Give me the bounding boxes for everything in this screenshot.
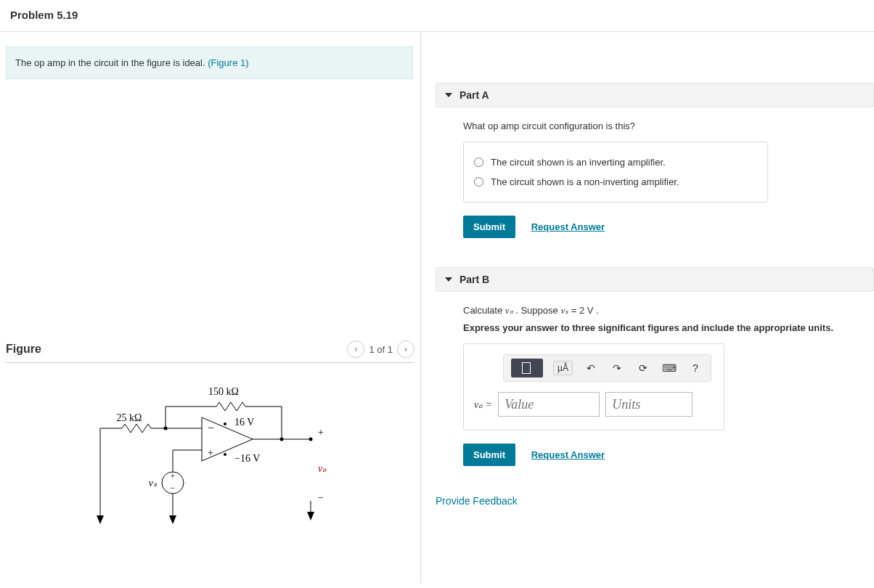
formula-toolbar: µÅ ↶ ↷ ⟳ ⌨ ? [503, 354, 711, 382]
q-text: = 2 V . [571, 305, 599, 316]
page-title: Problem 5.19 [10, 9, 864, 21]
figure-heading: Figure [6, 343, 41, 356]
svg-text:−: − [208, 422, 214, 434]
svg-text:vₛ: vₛ [149, 478, 158, 489]
svg-point-13 [224, 453, 226, 456]
mc-option-label: The circuit shown is a non-inverting amp… [491, 176, 679, 187]
eq-eq: = [483, 399, 492, 410]
part-b-header[interactable]: Part B [436, 267, 874, 292]
svg-point-33 [280, 438, 284, 441]
part-a-title: Part A [460, 89, 489, 101]
mc-option[interactable]: The circuit shown is an inverting amplif… [474, 152, 757, 172]
svg-text:150 kΩ: 150 kΩ [208, 386, 239, 397]
units-input[interactable] [605, 392, 693, 417]
svg-point-32 [164, 427, 168, 430]
circuit-figure: 150 kΩ 25 kΩ − [93, 385, 414, 547]
svg-text:25 kΩ: 25 kΩ [117, 412, 142, 423]
figure-link[interactable]: (Figure 1) [208, 57, 248, 68]
keyboard-icon[interactable]: ⌨ [661, 360, 677, 376]
caret-down-icon [445, 277, 452, 282]
svg-text:−: − [318, 492, 324, 503]
mc-option-label: The circuit shown is an inverting amplif… [491, 157, 666, 168]
provide-feedback-link[interactable]: Provide Feedback [436, 495, 518, 507]
q-var-vs: vₛ [560, 305, 568, 316]
q-text: Calculate [463, 305, 505, 316]
pager-text: 1 of 1 [369, 344, 393, 355]
request-answer-link[interactable]: Request Answer [531, 221, 605, 232]
eq-var: vₒ [474, 399, 483, 410]
svg-text:16 V: 16 V [234, 417, 254, 428]
q-var-vo: vₒ [505, 305, 513, 316]
answer-hint: Express your answer to three significant… [463, 322, 874, 333]
radio-option-1[interactable] [474, 158, 483, 167]
part-b-title: Part B [460, 274, 489, 285]
units-micro-icon[interactable]: µÅ [553, 361, 573, 375]
svg-text:+: + [171, 471, 176, 481]
help-icon[interactable]: ? [687, 360, 703, 376]
svg-marker-26 [169, 515, 176, 524]
svg-marker-31 [307, 512, 314, 520]
svg-text:vₒ: vₒ [318, 463, 327, 474]
pager-prev-button[interactable]: ‹ [347, 340, 364, 358]
request-answer-link[interactable]: Request Answer [531, 449, 605, 460]
q-text: . Suppose [515, 305, 560, 316]
redo-icon[interactable]: ↷ [609, 360, 625, 376]
svg-text:+: + [208, 447, 213, 458]
value-input[interactable] [498, 392, 600, 417]
caret-down-icon [445, 93, 452, 97]
pager-next-button[interactable]: › [397, 340, 414, 358]
svg-text:+: + [318, 427, 324, 438]
reset-icon[interactable]: ⟳ [635, 360, 651, 376]
prompt-text: The op amp in the circuit in the figure … [15, 57, 208, 68]
part-a-header[interactable]: Part A [436, 83, 874, 107]
svg-marker-25 [97, 515, 104, 524]
template-icon[interactable] [511, 359, 543, 377]
figure-pager: ‹ 1 of 1 › [347, 340, 414, 358]
svg-point-16 [309, 438, 313, 441]
undo-icon[interactable]: ↶ [583, 360, 599, 376]
svg-text:−16 V: −16 V [234, 453, 260, 464]
mc-option[interactable]: The circuit shown is a non-inverting amp… [474, 172, 757, 192]
submit-button[interactable]: Submit [463, 444, 515, 466]
multiple-choice-box: The circuit shown is an inverting amplif… [463, 142, 768, 203]
radio-option-2[interactable] [474, 177, 483, 187]
part-a-question: What op amp circuit configuration is thi… [463, 121, 874, 131]
answer-box: µÅ ↶ ↷ ⟳ ⌨ ? vₒ = [463, 343, 724, 430]
problem-prompt: The op amp in the circuit in the figure … [6, 46, 413, 79]
part-b-question: Calculate vₒ . Suppose vₛ = 2 V . [463, 305, 874, 317]
svg-point-11 [224, 422, 226, 425]
eq-label: vₒ = [474, 399, 492, 411]
submit-button[interactable]: Submit [463, 216, 515, 238]
svg-text:−: − [171, 483, 176, 493]
